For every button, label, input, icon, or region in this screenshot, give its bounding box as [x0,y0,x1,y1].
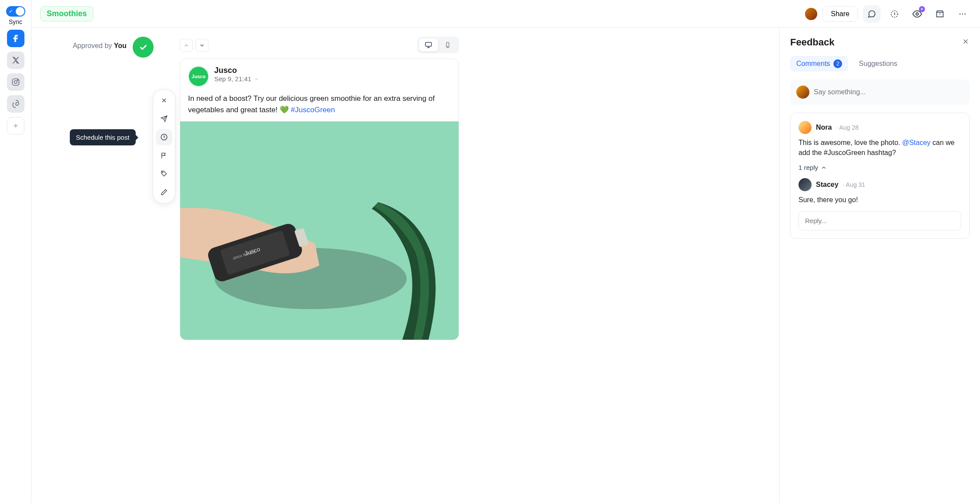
comment-date: · Aug 31 [843,181,865,188]
svg-rect-10 [425,42,432,46]
left-sidebar: ✓ Sync [0,0,31,503]
post-image: Jusco detox therapy [180,121,459,340]
reply-toggle[interactable]: 1 reply [798,164,961,171]
svg-point-4 [916,13,918,15]
hashtag-link[interactable]: #JuscoGreen [291,106,335,114]
edit-action[interactable] [156,184,172,200]
next-post-button[interactable] [195,39,209,52]
prev-post-button[interactable] [180,39,193,52]
facebook-icon[interactable] [7,30,24,47]
tag-action[interactable] [156,165,172,182]
post-caption: In need of a boost? Try our delicious gr… [180,91,459,121]
comment-body: This is awesome, love the photo. @Stacey… [798,138,961,158]
svg-point-1 [14,81,17,84]
device-toggle [417,37,459,53]
instagram-icon[interactable] [7,73,24,91]
current-user-avatar [796,86,809,99]
share-button[interactable]: Share [822,6,858,22]
post-actions-strip [153,89,175,203]
chevron-down-icon [254,76,259,82]
comment-text-input[interactable] [814,88,963,96]
close-action[interactable] [156,92,172,109]
reply-input[interactable] [798,211,961,231]
comment-date: · Aug 28 [836,124,858,131]
commenter-avatar [798,121,812,134]
post-avatar: Jusco [188,66,209,87]
schedule-tooltip: Schedule this post [70,129,136,145]
mention-link[interactable]: @Stacey [902,139,930,146]
x-twitter-icon[interactable] [7,52,24,69]
topbar: Smoothies Share ✦ [31,0,980,28]
campaign-tag[interactable]: Smoothies [40,6,93,21]
commenter-name: Nora [816,124,832,131]
svg-point-7 [965,13,966,14]
reply-text-input[interactable] [805,217,955,224]
schedule-action[interactable] [156,129,172,145]
chevron-up-icon [821,165,827,171]
svg-point-2 [17,80,18,81]
approval-status: Approved by You [73,37,127,50]
activity-icon-button[interactable] [886,5,903,23]
send-action[interactable] [156,110,172,127]
flag-action[interactable] [156,147,172,164]
archive-icon-button[interactable] [931,5,949,23]
feedback-title: Feedback [790,37,835,48]
mobile-view-button[interactable] [438,38,457,52]
preview-icon-button[interactable]: ✦ [908,5,926,23]
check-icon: ✓ [9,8,13,14]
comment-thread: Nora · Aug 28 This is awesome, love the … [790,113,970,239]
post-preview-card: Jusco Jusco Sep 9, 21:41 In need of a bo… [180,59,459,340]
sync-toggle[interactable]: ✓ Sync [6,6,25,25]
comment-body: Sure, there you go! [798,195,961,205]
close-feedback-button[interactable] [962,38,970,47]
tab-suggestions[interactable]: Suggestions [853,56,903,72]
desktop-view-button[interactable] [419,38,438,52]
more-icon-button[interactable] [954,5,971,23]
svg-point-5 [959,13,961,14]
svg-point-12 [447,46,448,47]
svg-point-9 [162,172,163,172]
feedback-panel: Feedback Comments 2 Suggestions [779,28,980,503]
add-channel-button[interactable] [7,117,24,134]
svg-point-6 [962,13,963,14]
notification-badge: ✦ [919,6,925,12]
post-date[interactable]: Sep 9, 21:41 [214,75,259,83]
commenter-avatar [798,178,812,191]
comments-count-badge: 2 [833,59,842,68]
new-comment-input[interactable] [790,79,970,105]
sync-label: Sync [9,18,22,25]
post-author-name: Jusco [214,66,259,75]
tab-comments[interactable]: Comments 2 [790,56,848,72]
comments-icon-button[interactable] [863,5,881,23]
commenter-name: Stacey [816,181,839,189]
approved-check-icon[interactable] [133,37,154,58]
threads-icon[interactable] [7,95,24,113]
user-avatar[interactable] [805,8,817,20]
